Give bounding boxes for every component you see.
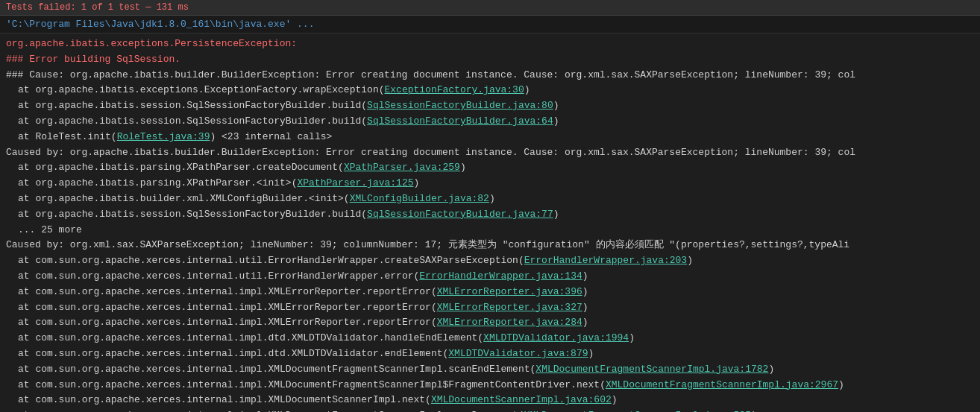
console-line: at com.sun.org.apache.xerces.internal.im… — [0, 362, 980, 378]
console-line: ### Error building SqlSession. — [0, 52, 980, 68]
command-line: 'C:\Program Files\Java\jdk1.8.0_161\bin\… — [0, 16, 980, 34]
stack-link[interactable]: XPathParser.java:125 — [297, 177, 413, 188]
console-line: ... 25 more — [0, 223, 980, 238]
at-prefix: at com.sun.org.apache.xerces.internal.im… — [18, 286, 437, 297]
stack-link[interactable]: XMLDTDValidator.java:1994 — [483, 332, 629, 343]
stack-link[interactable]: XMLConfigBuilder.java:82 — [350, 193, 489, 204]
line-suffix: ) — [629, 332, 635, 343]
console-line: at com.sun.org.apache.xerces.internal.im… — [0, 315, 980, 331]
console-line: at RoleTest.init(RoleTest.java:39) <23 i… — [0, 130, 980, 145]
at-prefix: at com.sun.org.apache.xerces.internal.im… — [18, 364, 535, 375]
line-suffix: ) — [582, 270, 588, 282]
stack-link[interactable]: XMLDocumentScannerImpl.java:602 — [431, 394, 612, 405]
line-suffix: ) — [582, 302, 588, 313]
top-bar: Tests failed: 1 of 1 test — 131 ms — [0, 0, 980, 16]
stack-link[interactable]: XMLErrorReporter.java:284 — [437, 317, 582, 328]
console-line: at com.sun.org.apache.xerces.internal.im… — [0, 300, 980, 316]
console-line: at com.sun.org.apache.xerces.internal.im… — [0, 285, 980, 300]
at-prefix: at com.sun.org.apache.xerces.internal.im… — [18, 348, 448, 359]
at-prefix: at com.sun.org.apache.xerces.internal.im… — [18, 394, 431, 405]
console-line: at org.apache.ibatis.exceptions.Exceptio… — [0, 83, 980, 98]
console-line: org.apache.ibatis.exceptions.Persistence… — [0, 37, 980, 52]
test-status: Tests failed: 1 of 1 test — 131 ms — [6, 2, 189, 13]
at-prefix: at com.sun.org.apache.xerces.internal.im… — [18, 302, 437, 313]
line-suffix: ) — [414, 177, 420, 188]
at-prefix: at org.apache.ibatis.session.SqlSessionF… — [18, 115, 367, 127]
at-prefix: at com.sun.org.apache.xerces.internal.ut… — [18, 255, 524, 266]
console-line: Caused by: org.apache.ibatis.builder.Bui… — [0, 145, 980, 161]
console-output: org.apache.ibatis.exceptions.Persistence… — [0, 34, 980, 412]
console-line: ### Cause: org.apache.ibatis.builder.Bui… — [0, 68, 980, 83]
line-suffix: ) — [553, 115, 559, 127]
at-prefix: at org.apache.ibatis.session.SqlSessionF… — [18, 100, 367, 111]
console-line: at org.apache.ibatis.session.SqlSessionF… — [0, 98, 980, 114]
line-suffix: ) — [612, 394, 618, 405]
at-prefix: at com.sun.org.apache.xerces.internal.im… — [18, 317, 437, 328]
line-suffix: ) — [582, 317, 588, 328]
at-prefix: at com.sun.org.apache.xerces.internal.im… — [18, 379, 606, 390]
console-line: at com.sun.org.apache.xerces.internal.im… — [0, 378, 980, 393]
console-line: Caused by: org.xml.sax.SAXParseException… — [0, 238, 980, 253]
stack-link[interactable]: ErrorHandlerWrapper.java:134 — [419, 270, 582, 282]
stack-link[interactable]: SqlSessionFactoryBuilder.java:64 — [367, 115, 553, 127]
stack-link[interactable]: ExceptionFactory.java:30 — [384, 84, 524, 95]
stack-link[interactable]: XMLErrorReporter.java:327 — [437, 302, 582, 313]
stack-link[interactable]: XMLErrorReporter.java:396 — [437, 286, 582, 297]
console-line: at com.sun.org.apache.xerces.internal.ut… — [0, 253, 980, 269]
at-prefix: at RoleTest.init( — [18, 131, 117, 142]
command-text: 'C:\Program Files\Java\jdk1.8.0_161\bin\… — [6, 19, 314, 30]
line-suffix: ) — [588, 348, 594, 359]
stack-link[interactable]: XPathParser.java:259 — [344, 162, 460, 173]
console-line: at com.sun.org.apache.xerces.internal.im… — [0, 331, 980, 346]
console-line: at org.apache.ibatis.session.SqlSessionF… — [0, 114, 980, 130]
stack-link[interactable]: XMLDTDValidator.java:879 — [448, 348, 588, 359]
console-line: at org.apache.ibatis.parsing.XPathParser… — [0, 160, 980, 176]
line-suffix: ) — [524, 84, 530, 95]
at-prefix: at org.apache.ibatis.exceptions.Exceptio… — [18, 84, 384, 95]
console-line: at com.sun.org.apache.xerces.internal.im… — [0, 393, 980, 408]
line-suffix: ) — [687, 255, 693, 266]
at-prefix: at org.apache.ibatis.parsing.XPathParser… — [18, 177, 297, 188]
console-line: at com.sun.org.apache.xerces.internal.im… — [0, 346, 980, 362]
line-suffix: ) — [460, 162, 466, 173]
at-prefix: at org.apache.ibatis.session.SqlSessionF… — [18, 209, 367, 220]
stack-link[interactable]: RoleTest.java:39 — [117, 131, 210, 142]
console-line: at org.apache.ibatis.builder.xml.XMLConf… — [0, 191, 980, 207]
console-line: at com.sun.org.apache.xerces.internal.ut… — [0, 269, 980, 285]
line-suffix: ) — [553, 209, 559, 220]
stack-link[interactable]: SqlSessionFactoryBuilder.java:80 — [367, 100, 553, 111]
at-prefix: at com.sun.org.apache.xerces.internal.im… — [18, 332, 483, 343]
console-line: at com.sun.org.apache.xerces.internal.im… — [0, 408, 980, 412]
at-prefix: at org.apache.ibatis.parsing.XPathParser… — [18, 162, 344, 173]
stack-link[interactable]: XMLDocumentFragmentScannerImpl.java:1782 — [535, 364, 768, 375]
line-suffix: ) <23 internal calls> — [210, 131, 332, 142]
line-suffix: ) — [553, 100, 559, 111]
line-suffix: ) — [489, 193, 495, 204]
console-line: at org.apache.ibatis.parsing.XPathParser… — [0, 176, 980, 191]
stack-link[interactable]: XMLDocumentFragmentScannerImpl.java:2967 — [606, 379, 838, 390]
stack-link[interactable]: SqlSessionFactoryBuilder.java:77 — [367, 209, 553, 220]
console-line: at org.apache.ibatis.session.SqlSessionF… — [0, 207, 980, 223]
at-prefix: at org.apache.ibatis.builder.xml.XMLConf… — [18, 193, 350, 204]
line-suffix: ) — [768, 364, 774, 375]
line-suffix: ) — [582, 286, 588, 297]
at-prefix: at com.sun.org.apache.xerces.internal.ut… — [18, 270, 419, 282]
line-suffix: ) — [838, 379, 844, 390]
stack-link[interactable]: ErrorHandlerWrapper.java:203 — [524, 255, 687, 266]
